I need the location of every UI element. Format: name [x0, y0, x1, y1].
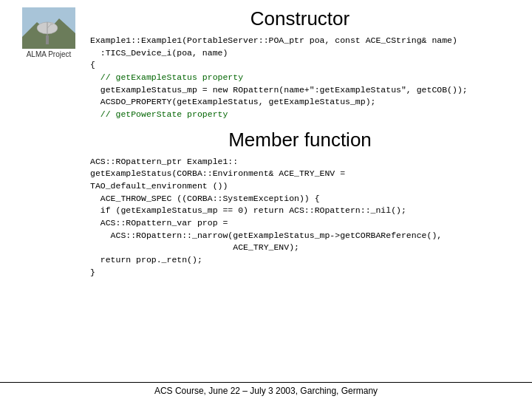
member-title: Member function [90, 129, 510, 151]
svg-rect-2 [46, 35, 49, 44]
member-code: ACS::ROpattern_ptr Example1:: getExample… [90, 156, 442, 279]
ctor-line3: { [90, 60, 95, 69]
page: ALMA Project Constructor Example1::Examp… [0, 0, 532, 399]
ctor-line7-comment: // getPowerState property [90, 109, 228, 119]
ctor-line2: :TICS_Device_i(poa, name) [90, 48, 228, 58]
top-area: ALMA Project Constructor Example1::Examp… [22, 7, 510, 282]
constructor-code: Example1::Example1(PortableServer::POA_p… [90, 35, 468, 121]
ctor-line4-comment: // getExampleStatus property [90, 72, 243, 82]
mem-line9: return prop._retn(); [90, 255, 202, 265]
svg-point-6 [50, 22, 53, 25]
constructor-title-wrapper: Constructor [90, 7, 510, 35]
mem-line8: ACE_TRY_ENV); [90, 242, 299, 252]
ctor-line6: ACSDO_PROPERTY(getExampleStatus, getExam… [90, 97, 375, 106]
main-content: Constructor Example1::Example1(PortableS… [90, 7, 510, 282]
constructor-title: Constructor [90, 7, 510, 30]
footer-text: ACS Course, June 22 – July 3 2003, Garch… [154, 386, 378, 396]
mem-line3: TAO_default_environment ()) [90, 181, 228, 191]
ctor-line5: getExampleStatus_mp = new ROpattern(name… [90, 85, 468, 95]
ctor-line1: Example1::Example1(PortableServer::POA_p… [90, 35, 457, 45]
mem-line7: ACS::ROpattern::_narrow(getExampleStatus… [90, 231, 442, 240]
mem-line2: getExampleStatus(CORBA::Environment& ACE… [90, 168, 345, 178]
logo-area: ALMA Project [22, 7, 75, 58]
alma-logo-image [22, 7, 75, 49]
mem-line5: if (getExampleStatus_mp == 0) return ACS… [90, 205, 406, 215]
logo-label: ALMA Project [27, 50, 72, 58]
footer: ACS Course, June 22 – July 3 2003, Garch… [0, 382, 532, 399]
mem-line10: } [90, 267, 95, 277]
mem-line1: ACS::ROpattern_ptr Example1:: [90, 157, 238, 166]
member-title-wrapper: Member function [90, 124, 510, 156]
mem-line4: ACE_THROW_SPEC ((CORBA::SystemException)… [90, 194, 320, 203]
mem-line6: ACS::ROpattern_var prop = [90, 218, 228, 228]
